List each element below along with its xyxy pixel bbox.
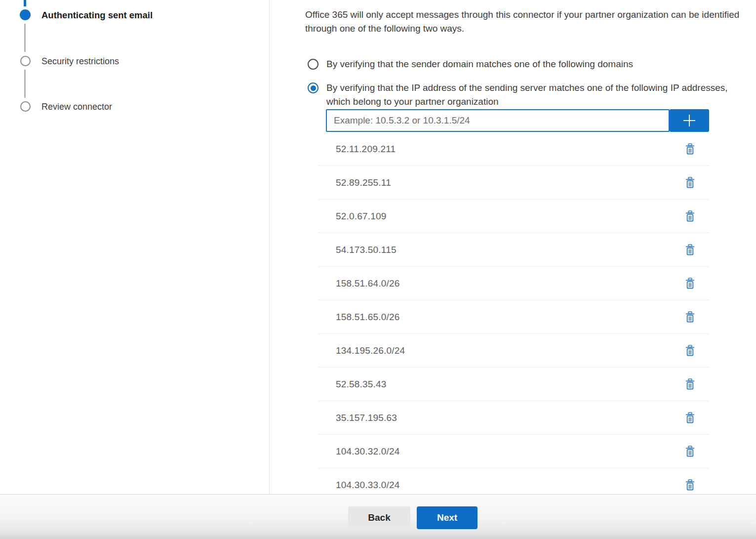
ip-address-value: 134.195.26.0/24	[336, 345, 405, 356]
ip-list-item: 104.30.32.0/24	[318, 435, 709, 468]
upcoming-step-circle-icon	[20, 101, 31, 112]
delete-ip-button[interactable]	[681, 275, 698, 292]
delete-ip-button[interactable]	[681, 309, 698, 326]
option-sender-domain[interactable]: By verifying that the sender domain matc…	[308, 57, 742, 71]
ip-address-value: 158.51.65.0/26	[336, 312, 400, 323]
option-label: By verifying that the IP address of the …	[326, 81, 730, 109]
ip-address-value: 158.51.64.0/26	[336, 278, 400, 289]
ip-address-value: 52.0.67.109	[336, 211, 387, 222]
ip-address-value: 104.30.32.0/24	[336, 446, 400, 457]
radio-selected-icon[interactable]	[308, 83, 318, 93]
trash-icon	[685, 278, 695, 289]
ip-address-value: 52.89.255.11	[336, 177, 391, 188]
ip-list-item: 52.89.255.11	[318, 166, 709, 200]
trash-icon	[685, 177, 695, 188]
delete-ip-button[interactable]	[681, 443, 698, 460]
back-button[interactable]: Back	[348, 506, 410, 529]
delete-ip-button[interactable]	[681, 342, 698, 359]
active-step-circle-icon	[20, 9, 31, 20]
wizard-stepper: Authenticating sent email Security restr…	[0, 0, 269, 494]
ip-list-item: 104.30.33.0/24	[318, 468, 709, 494]
option-ip-address[interactable]: By verifying that the IP address of the …	[308, 81, 731, 109]
trash-icon	[685, 244, 695, 255]
trash-icon	[685, 345, 695, 356]
delete-ip-button[interactable]	[681, 141, 698, 158]
trash-icon	[685, 311, 695, 323]
ip-list-item: 52.11.209.211	[318, 132, 709, 166]
ip-entry-row	[326, 109, 709, 132]
stepper-rail-segment	[24, 24, 26, 52]
wizard-footer: Back Next	[0, 494, 756, 539]
trash-icon	[685, 143, 695, 155]
delete-ip-button[interactable]	[681, 174, 698, 191]
delete-ip-button[interactable]	[681, 376, 698, 393]
ip-list-item: 35.157.195.63	[318, 401, 709, 435]
ip-list: 52.11.209.211 52.89.255.11	[318, 132, 709, 494]
step-label: Review connector	[41, 102, 112, 112]
panel-divider	[269, 0, 270, 494]
delete-ip-button[interactable]	[681, 410, 698, 426]
delete-ip-button[interactable]	[681, 477, 698, 494]
stepper-rail-completed-segment	[24, 0, 26, 6]
add-ip-button[interactable]	[670, 109, 709, 132]
trash-icon	[685, 378, 695, 390]
trash-icon	[685, 210, 695, 222]
ip-address-value: 54.173.50.115	[336, 245, 397, 255]
ip-address-value: 52.58.35.43	[336, 379, 387, 390]
trash-icon	[685, 412, 695, 423]
delete-ip-button[interactable]	[681, 208, 698, 225]
ip-list-item: 158.51.64.0/26	[318, 267, 709, 300]
ip-address-input[interactable]	[326, 109, 670, 132]
step-label: Security restrictions	[41, 56, 119, 67]
ip-address-value: 104.30.33.0/24	[336, 480, 400, 491]
delete-ip-button[interactable]	[681, 242, 698, 258]
radio-unselected-icon[interactable]	[308, 59, 318, 70]
trash-icon	[685, 479, 695, 491]
ip-list-item: 134.195.26.0/24	[318, 334, 709, 368]
ip-address-value: 52.11.209.211	[336, 144, 396, 155]
stepper-rail-segment	[24, 70, 26, 98]
upcoming-step-circle-icon	[20, 56, 31, 66]
ip-list-item: 52.58.35.43	[318, 368, 709, 401]
ip-list-item: 52.0.67.109	[318, 200, 709, 233]
option-label: By verifying that the sender domain matc…	[326, 57, 633, 71]
next-button[interactable]: Next	[417, 506, 477, 529]
ip-list-item: 54.173.50.115	[318, 233, 709, 267]
ip-address-value: 35.157.195.63	[336, 413, 397, 423]
plus-icon	[682, 113, 697, 128]
intro-text: Office 365 will only accept messages thr…	[305, 8, 752, 36]
ip-list-item: 158.51.65.0/26	[318, 300, 709, 334]
step-label-active: Authenticating sent email	[41, 10, 153, 21]
trash-icon	[685, 446, 695, 457]
